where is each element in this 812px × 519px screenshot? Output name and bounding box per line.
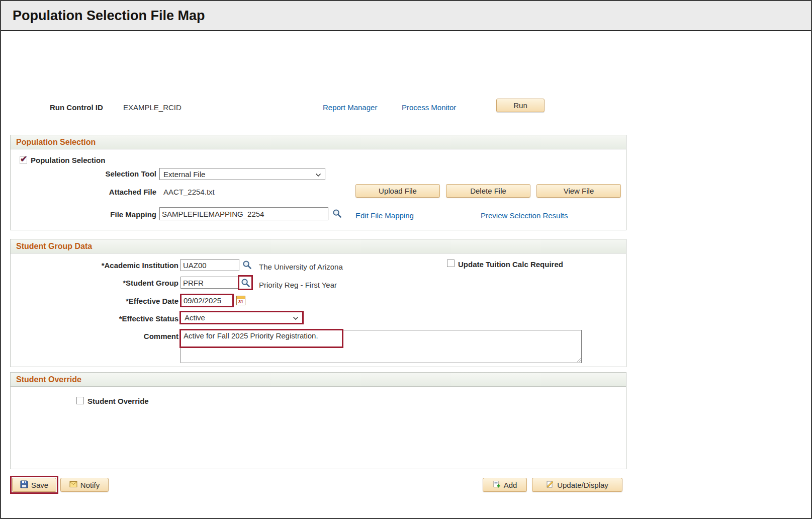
student-group-data-section-title: Student Group Data xyxy=(16,242,92,251)
academic-institution-input[interactable] xyxy=(181,259,239,271)
comment-label: Comment xyxy=(11,332,178,340)
population-selection-section-header: Population Selection xyxy=(11,135,626,149)
student-group-data-section: Student Group Data *Academic Institution… xyxy=(10,239,626,367)
student-group-data-section-header: Student Group Data xyxy=(11,239,626,253)
academic-institution-label: *Academic Institution xyxy=(11,261,178,270)
process-monitor-link[interactable]: Process Monitor xyxy=(402,103,456,112)
add-button[interactable]: Add xyxy=(483,478,527,492)
academic-institution-lookup-icon[interactable] xyxy=(242,260,252,270)
effective-date-label: *Effective Date xyxy=(11,297,178,305)
chevron-down-icon xyxy=(315,170,321,179)
preview-selection-results-link[interactable]: Preview Selection Results xyxy=(481,211,568,220)
run-button[interactable]: Run xyxy=(496,99,545,112)
chevron-down-icon xyxy=(293,313,299,322)
selection-tool-select[interactable]: External File xyxy=(159,168,325,180)
population-selection-section: Population Selection Population Selectio… xyxy=(10,135,626,230)
student-group-lookup-icon[interactable] xyxy=(241,278,250,288)
population-selection-file-map-page: Population Selection File Map Run Contro… xyxy=(0,0,812,519)
save-icon xyxy=(20,480,28,490)
attached-file-label: Attached File xyxy=(11,188,156,196)
update-tuition-calc-checkbox[interactable] xyxy=(447,260,455,267)
update-tuition-calc-label: Update Tuition Calc Required xyxy=(458,260,563,269)
student-override-checkbox-label: Student Override xyxy=(87,397,149,405)
run-control-id-value: EXAMPLE_RCID xyxy=(123,103,182,112)
student-group-lookup-highlight xyxy=(238,275,253,290)
population-selection-section-title: Population Selection xyxy=(16,138,96,147)
population-selection-checkbox[interactable] xyxy=(20,156,27,164)
academic-institution-description: The University of Arizona xyxy=(259,263,343,271)
comment-textarea[interactable]: Active for Fall 2025 Priority Registrati… xyxy=(181,330,582,363)
delete-file-button[interactable]: Delete File xyxy=(446,184,530,198)
student-group-input[interactable] xyxy=(181,277,239,289)
student-override-section-title: Student Override xyxy=(16,375,81,384)
student-override-checkbox[interactable] xyxy=(76,397,84,404)
save-button[interactable]: Save xyxy=(12,478,56,492)
file-mapping-input[interactable] xyxy=(159,207,328,220)
selection-tool-value: External File xyxy=(163,170,205,179)
student-group-description: Priority Reg - First Year xyxy=(259,281,337,289)
save-button-highlight: Save xyxy=(10,476,58,494)
effective-status-select[interactable]: Active xyxy=(179,311,304,324)
notify-icon xyxy=(69,481,77,489)
upload-file-button[interactable]: Upload File xyxy=(355,184,440,198)
edit-file-mapping-link[interactable]: Edit File Mapping xyxy=(355,211,414,220)
page-header: Population Selection File Map xyxy=(1,1,811,31)
effective-date-input[interactable] xyxy=(180,294,234,307)
view-file-button[interactable]: View File xyxy=(536,184,621,198)
report-manager-link[interactable]: Report Manager xyxy=(323,103,377,112)
file-mapping-lookup-icon[interactable] xyxy=(332,209,342,218)
file-mapping-label: File Mapping xyxy=(11,210,156,219)
calendar-icon[interactable]: 31 xyxy=(236,296,245,305)
run-control-id-label: Run Control ID xyxy=(50,103,103,112)
update-display-button[interactable]: Update/Display xyxy=(532,478,622,492)
student-group-label: *Student Group xyxy=(11,279,178,287)
effective-status-label: *Effective Status xyxy=(11,314,178,323)
attached-file-value: AACT_2254.txt xyxy=(163,188,215,196)
effective-status-value: Active xyxy=(185,313,205,322)
update-display-icon xyxy=(546,480,554,490)
student-override-section: Student Override Student Override xyxy=(10,372,626,469)
page-title: Population Selection File Map xyxy=(13,8,205,24)
selection-tool-label: Selection Tool xyxy=(11,169,156,178)
add-icon xyxy=(493,480,501,490)
population-selection-checkbox-label: Population Selection xyxy=(31,156,105,164)
student-override-section-header: Student Override xyxy=(11,373,626,387)
notify-button[interactable]: Notify xyxy=(60,478,109,492)
